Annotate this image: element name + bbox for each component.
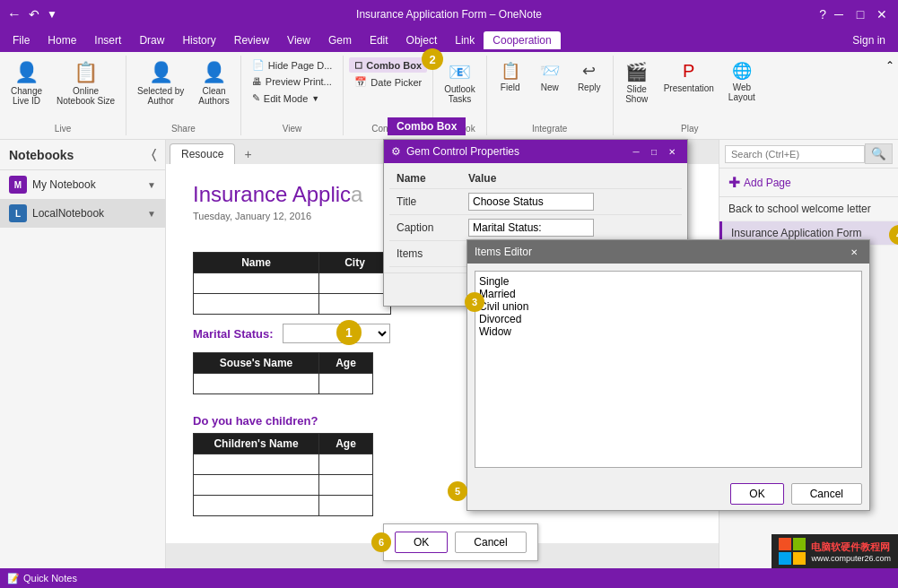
items-cancel-button[interactable]: Cancel	[791, 483, 862, 505]
gem-icon: ⚙	[391, 145, 401, 158]
live-id-icon: 👤	[14, 61, 39, 84]
quick-notes-button[interactable]: 📝 Quick Notes	[7, 573, 77, 584]
menu-view[interactable]: View	[278, 31, 319, 49]
ribbon-group-outlook: 📧 OutlookTasks Outlook	[433, 56, 486, 135]
children-name-header: Children's Name	[194, 434, 319, 454]
sidebar-header: Notebooks 〈	[0, 140, 165, 170]
presentation-button[interactable]: P Presentation	[658, 57, 719, 97]
clean-authors-button[interactable]: 👤 CleanAuthors	[193, 57, 234, 109]
child-age-2	[319, 475, 373, 496]
outlook-tasks-button[interactable]: 📧 OutlookTasks	[439, 57, 480, 108]
title-bar-left: ← ↶ ▼	[7, 6, 57, 22]
quick-access-icon[interactable]: ▼	[47, 8, 57, 21]
play-content: 🎬 SlideShow P Presentation 🌐 WebLayout	[619, 57, 761, 122]
integrate-label: Integrate	[532, 124, 567, 134]
new-button[interactable]: 📨 New	[532, 57, 568, 96]
city-cell2	[319, 294, 391, 315]
change-live-id-button[interactable]: 👤 ChangeLive ID	[5, 57, 48, 109]
sidebar-toggle-button[interactable]: 〈	[152, 147, 156, 162]
sidebar-item-local-notebook[interactable]: L LocalNotebook ▼	[0, 199, 165, 228]
name-cell2	[194, 294, 319, 315]
view-group-label: View	[247, 124, 338, 134]
menu-signin[interactable]: Sign in	[843, 31, 894, 49]
child-name-1	[194, 454, 319, 475]
reply-button[interactable]: ↩ Reply	[571, 57, 607, 96]
step-1-badge: 1	[336, 320, 362, 345]
items-editor-content: Single Married Civil union Divorced Wido…	[467, 264, 869, 478]
menu-insert[interactable]: Insert	[85, 31, 130, 49]
ribbon-group-live: 👤 ChangeLive ID 📋 OnlineNotebook Size Li…	[0, 56, 126, 135]
children-table: Children's Name Age	[193, 433, 373, 516]
menu-link[interactable]: Link	[446, 31, 484, 49]
slide-show-button[interactable]: 🎬 SlideShow	[619, 57, 655, 108]
presentation-icon: P	[683, 61, 694, 82]
notebooks-title: Notebooks	[9, 148, 74, 162]
tab-add-button[interactable]: +	[237, 145, 258, 163]
ribbon-collapse-button[interactable]: ⌃	[882, 56, 898, 135]
menu-edit[interactable]: Edit	[361, 31, 397, 49]
outlook-icon: 📧	[449, 61, 471, 82]
menu-object[interactable]: Object	[397, 31, 447, 49]
search-input[interactable]	[725, 145, 865, 163]
date-picker-button[interactable]: 📅 Date Picker	[349, 74, 427, 90]
menu-cooperation[interactable]: Cooperation	[484, 31, 560, 49]
ribbon-group-play: 🎬 SlideShow P Presentation 🌐 WebLayout P…	[614, 56, 766, 135]
gem-minimize-button[interactable]: ─	[628, 143, 644, 160]
title-prop-value	[461, 189, 682, 215]
menu-home[interactable]: Home	[39, 31, 85, 49]
menu-file[interactable]: File	[4, 31, 39, 49]
field-button[interactable]: 📋 Field	[493, 57, 528, 96]
menu-history[interactable]: History	[173, 31, 224, 49]
gem-title-text: ⚙ Gem Control Properties	[391, 145, 519, 158]
caption-input[interactable]	[468, 219, 594, 237]
my-notebook-expand-icon: ▼	[147, 180, 156, 190]
my-notebook-label: My Notebook	[32, 178, 96, 191]
web-layout-icon: 🌐	[732, 61, 752, 81]
spouse-name-cell	[194, 374, 319, 394]
back-icon[interactable]: ←	[7, 6, 22, 22]
maximize-button[interactable]: □	[851, 5, 869, 23]
local-notebook-icon: L	[9, 204, 27, 222]
gem-maximize-button[interactable]: □	[646, 143, 662, 160]
items-textarea[interactable]: Single Married Civil union Divorced Wido…	[475, 271, 862, 468]
name-cell	[194, 273, 319, 294]
add-page-button[interactable]: ✚ Add Page	[719, 169, 898, 197]
menu-draw[interactable]: Draw	[130, 31, 173, 49]
caption-prop-label: Caption	[389, 215, 461, 241]
page-list-item-welcome[interactable]: Back to school welcome letter	[719, 197, 898, 221]
search-button[interactable]: 🔍	[865, 143, 893, 164]
add-page-icon: ✚	[728, 174, 740, 191]
sidebar-item-my-notebook[interactable]: M My Notebook ▼	[0, 170, 165, 199]
combo-box-button[interactable]: ◻ Combo Box	[349, 57, 427, 73]
items-ok-button[interactable]: OK	[730, 483, 783, 505]
menu-review[interactable]: Review	[225, 31, 278, 49]
undo-icon[interactable]: ↶	[29, 7, 39, 22]
help-icon[interactable]: ?	[819, 7, 826, 22]
window-title: Insurance Application Form – OneNote	[356, 8, 542, 21]
tab-resouce[interactable]: Resouce	[170, 143, 235, 164]
search-bar: 🔍	[719, 140, 898, 169]
preview-print-icon: 🖶	[252, 76, 262, 87]
quick-notes-label: Quick Notes	[23, 573, 77, 584]
controls-group-label: Controls	[349, 124, 427, 134]
selected-by-author-button[interactable]: 👤 Selected byAuthor	[132, 57, 189, 109]
web-layout-button[interactable]: 🌐 WebLayout	[723, 57, 761, 106]
close-button[interactable]: ✕	[873, 5, 891, 23]
reply-icon: ↩	[582, 61, 596, 81]
edit-mode-button[interactable]: ✎ Edit Mode ▼	[247, 91, 338, 106]
value-col-label: Value	[461, 169, 682, 189]
menu-gem[interactable]: Gem	[319, 31, 361, 49]
minimize-button[interactable]: ─	[830, 5, 848, 23]
items-editor-dialog[interactable]: Items Editor ✕ Single Married Civil unio…	[466, 239, 870, 511]
edit-mode-dropdown-icon: ▼	[311, 94, 319, 103]
gem-close-button[interactable]: ✕	[664, 143, 680, 160]
hide-page-button[interactable]: 📄 Hide Page D...	[247, 57, 338, 73]
name-city-table: Name City	[193, 252, 391, 315]
play-group-label: Play	[619, 124, 761, 134]
items-editor-close-button[interactable]: ✕	[846, 244, 862, 260]
title-input[interactable]	[468, 193, 594, 211]
field-content: 📋 Field 📨 New ↩ Reply	[493, 57, 607, 124]
date-picker-icon: 📅	[354, 76, 367, 88]
online-notebook-button[interactable]: 📋 OnlineNotebook Size	[51, 57, 120, 109]
preview-print-button[interactable]: 🖶 Preview Print...	[247, 74, 338, 89]
